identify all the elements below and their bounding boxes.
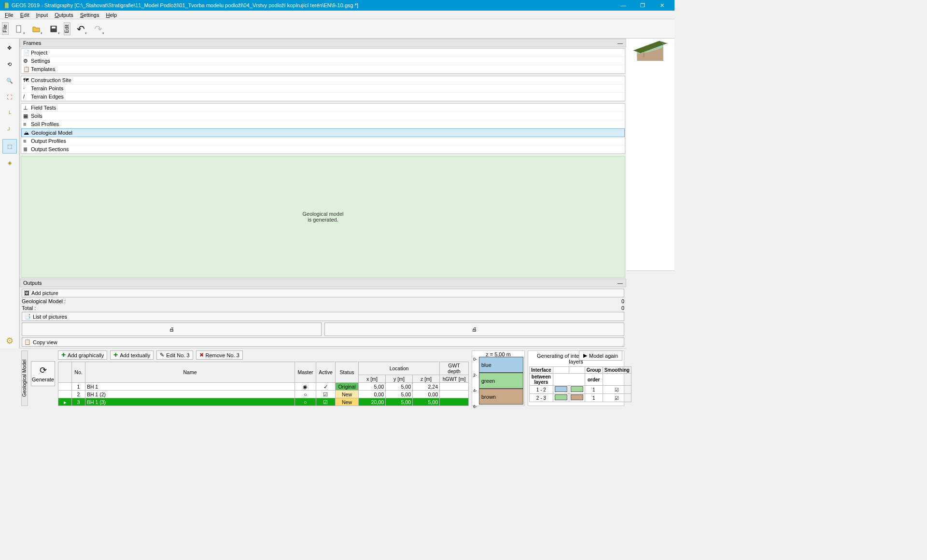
interfaces-table[interactable]: InterfaceGroupSmoothing between layersor… [529,366,632,402]
borehole-table[interactable]: No. Name Master Active Status Location G… [58,362,469,406]
frame-output-sections[interactable]: ≣Output Sections [21,145,625,154]
close-button[interactable]: ✕ [652,0,672,11]
solid-view-tool[interactable]: ⬚ [2,139,17,154]
label-bh13: BH 1 (3) [662,42,664,42]
svg-rect-4 [637,55,637,56]
menu-edit[interactable]: Edit [17,12,32,18]
main-toolbar: File Edit ↶ ↷ [0,19,674,39]
menu-outputs[interactable]: Outputs [52,12,76,18]
frame-field-tests[interactable]: ⊥Field Tests [21,104,625,112]
rotate-tool[interactable]: ⟲ [2,57,17,71]
add-textually-button[interactable]: ✚Add textually [110,350,154,360]
extents-tool[interactable]: ⛶ [2,90,17,104]
svg-rect-0 [16,26,21,32]
legend-layer: brown [479,389,523,405]
table-row[interactable]: ▸3BH 1 (3)○☑New20,005,005,00 [58,398,469,406]
geo-model-count: 0 [621,298,624,304]
print-color-button[interactable]: 🖨 [324,322,624,336]
svg-rect-15 [667,43,667,43]
zoom-window-tool[interactable]: 🔍 [2,73,17,88]
window-title: GEO5 2019 - Stratigraphy [C:\_Stahovat\S… [12,2,614,8]
svg-rect-10 [641,53,641,54]
geo-model-count-label: Geological Model : [22,298,66,304]
axes2-tool[interactable]: ┘ [2,123,17,137]
frame-terrain-points[interactable]: ·Terrain Points [21,84,625,93]
frame-templates[interactable]: 📋Templates [21,65,625,73]
svg-rect-12 [650,48,650,49]
outputs-minimize[interactable]: — [618,280,623,286]
right-panel: Frames — 📄Project ⚙Settings 📋Templates 🗺… [19,39,626,348]
frame-soils[interactable]: ▦Soils [21,112,625,120]
frames-list: 📄Project ⚙Settings 📋Templates [21,48,625,74]
total-count: 0 [621,305,624,311]
axes-tool[interactable]: └ [2,106,17,121]
file-tab[interactable]: File [2,22,9,35]
new-file-button[interactable] [12,22,26,36]
model-status: Geological model is generated. [21,156,625,278]
frame-construction-site[interactable]: 🗺Construction Site [21,76,625,84]
frames-header: Frames — [20,39,626,47]
bottom-panel: Geological Model ⟳ Generate ✚Add graphic… [19,348,626,408]
outputs-header: Outputs — [20,279,626,287]
viewport-3d[interactable]: BH 1 (2) BH 1 BH 1 (3) [626,39,674,271]
svg-rect-13 [659,41,660,41]
generate-button[interactable]: ⟳ Generate [31,361,55,386]
edit-tab[interactable]: Edit [64,22,70,35]
geological-model-tab[interactable]: Geological Model [21,350,28,406]
view-tools: ✥ ⟲ 🔍 ⛶ └ ┘ ⬚ ◈ ⚙ [0,39,19,348]
app-icon: 📗 [3,2,10,9]
svg-rect-9 [633,50,634,51]
model-again-button[interactable]: ▶Model again [579,350,622,361]
remove-button[interactable]: ✖Remove No. 3 [196,350,243,360]
maximize-button[interactable]: ❐ [633,0,652,11]
svg-rect-8 [663,47,663,61]
svg-rect-6 [663,43,663,45]
svg-rect-2 [52,27,56,28]
minimize-button[interactable]: — [614,0,633,11]
outputs-panel: 🖼Add picture Geological Model :0 Total :… [20,287,626,348]
wire-view-tool[interactable]: ◈ [2,155,17,170]
svg-rect-3 [637,52,637,55]
add-picture-button[interactable]: 🖼Add picture [22,289,624,297]
edit-button[interactable]: ✎Edit No. 3 [156,350,193,360]
interface-row[interactable]: 2 - 31☑ [530,394,632,402]
pan-tool[interactable]: ✥ [2,41,17,55]
outputs-title: Outputs [23,280,42,286]
frame-soil-profiles[interactable]: ≡Soil Profiles [21,120,625,128]
svg-rect-14 [663,42,663,42]
copy-view-button[interactable]: 📋Copy view [22,337,624,347]
frame-settings[interactable]: ⚙Settings [21,57,625,65]
frame-geological-model[interactable]: ⛰Geological Model [21,128,625,137]
menu-settings[interactable]: Settings [77,12,102,18]
svg-rect-7 [663,45,663,47]
save-file-button[interactable] [46,22,61,36]
table-row[interactable]: 2BH 1 (2)○☑New0,005,000,00 [58,391,469,398]
legend-layer: blue [479,357,523,373]
add-graphically-button[interactable]: ✚Add graphically [58,350,107,360]
undo-button[interactable]: ↶ [73,22,88,36]
list-pictures-button[interactable]: 📑List of pictures [22,312,624,321]
total-count-label: Total : [22,305,36,311]
frames-title: Frames [23,40,41,46]
menu-help[interactable]: Help [103,12,120,18]
menu-bar: File Edit Input Outputs Settings Help [0,11,674,19]
frame-project[interactable]: 📄Project [21,49,625,57]
menu-input[interactable]: Input [33,12,51,18]
svg-rect-11 [644,48,644,48]
table-row[interactable]: 1BH 1◉✓Original5,005,002,24 [58,383,469,391]
title-bar: 📗 GEO5 2019 - Stratigraphy [C:\_Stahovat… [0,0,674,11]
frames-minimize[interactable]: — [618,40,623,46]
frame-output-profiles[interactable]: ≡Output Profiles [21,137,625,145]
interface-row[interactable]: 1 - 21☑ [530,386,632,394]
open-file-button[interactable] [29,22,43,36]
print-button[interactable]: 🖨 [22,322,322,336]
frame-terrain-edges[interactable]: /Terrain Edges [21,93,625,101]
menu-file[interactable]: File [2,12,16,18]
soil-legend: z = 5,00 m 0-2-4-6- bluegreenbrown [472,350,525,406]
redo-button[interactable]: ↷ [91,22,105,36]
settings-gear[interactable]: ⚙ [2,334,17,348]
legend-layer: green [479,373,523,389]
